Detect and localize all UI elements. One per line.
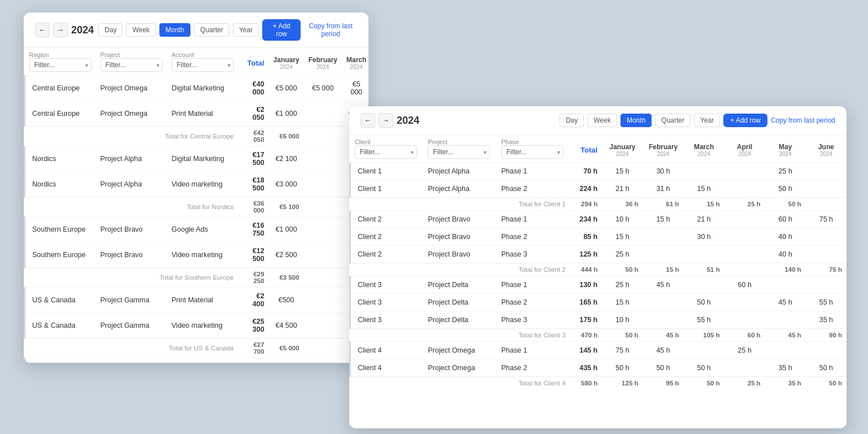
cell-project: Project Bravo bbox=[423, 228, 497, 246]
front-period-quarter[interactable]: Quarter bbox=[655, 114, 691, 127]
cell-month-2: 50 h bbox=[684, 294, 724, 311]
cell-account: Phase 2 bbox=[497, 180, 570, 198]
front-col-client: Client Filter... bbox=[350, 135, 424, 163]
group-total-val: €42 050 bbox=[238, 127, 269, 146]
group-month-total-3: 25 h bbox=[724, 377, 765, 390]
table-row: Client 2 Project Bravo Phase 2 85 h 15 h… bbox=[350, 228, 847, 246]
cell-project: Project Delta bbox=[423, 276, 497, 294]
back-filter-region[interactable]: Filter... bbox=[29, 58, 92, 72]
cell-month-5 bbox=[806, 228, 847, 246]
cell-month-4: 40 h bbox=[765, 228, 806, 246]
back-filter-project[interactable]: Filter... bbox=[101, 58, 163, 72]
cell-total: €40 000 bbox=[238, 76, 269, 101]
cell-col1: Client 3 bbox=[350, 276, 424, 294]
back-table: Region Filter... Project Filter... bbox=[24, 48, 368, 363]
table-row: US & Canada Project Gamma Video marketin… bbox=[25, 313, 369, 338]
cell-col1: Southern Europe bbox=[25, 242, 96, 268]
cell-month-3 bbox=[724, 246, 765, 263]
table-row: Client 3 Project Delta Phase 2 165 h 15 … bbox=[350, 294, 847, 311]
cell-total: 165 h bbox=[570, 294, 602, 311]
cell-month-1 bbox=[304, 313, 342, 338]
cell-month-1 bbox=[304, 146, 342, 172]
front-col-jun: June 2024 bbox=[806, 135, 847, 163]
cell-project: Project Alpha bbox=[423, 163, 497, 180]
back-filter-account[interactable]: Filter... bbox=[172, 58, 234, 72]
front-add-row-btn[interactable]: + Add row bbox=[723, 114, 767, 127]
cell-col1: Nordics bbox=[25, 172, 96, 197]
group-month-total-0: 50 h bbox=[602, 329, 643, 342]
cell-month-2: €5 000 bbox=[342, 76, 368, 101]
cell-month-3 bbox=[724, 311, 765, 329]
group-total-val: €27 700 bbox=[238, 338, 269, 358]
group-month-total-5: 50 h bbox=[806, 377, 847, 390]
cell-account: Video marketing bbox=[167, 313, 238, 338]
cell-total: €17 500 bbox=[238, 146, 269, 172]
cell-total: 85 h bbox=[570, 228, 602, 246]
front-toolbar-right: Day Week Month Quarter Year + Add row Co… bbox=[559, 114, 835, 127]
cell-month-1: €5 000 bbox=[304, 76, 342, 101]
front-copy-btn[interactable]: Copy from last period bbox=[771, 116, 835, 124]
back-card: ← → 2024 Day Week Month Quarter Year + A… bbox=[24, 12, 368, 363]
front-period-month[interactable]: Month bbox=[620, 114, 652, 127]
cell-col1: Central Europe bbox=[25, 101, 96, 127]
group-month-total-4: 45 h bbox=[765, 329, 806, 342]
back-period-month[interactable]: Month bbox=[159, 23, 190, 37]
cell-col1: Client 4 bbox=[350, 359, 424, 377]
cell-month-5 bbox=[806, 276, 847, 294]
cell-month-3: 60 h bbox=[724, 276, 765, 294]
back-period-day[interactable]: Day bbox=[98, 23, 123, 37]
group-total-row: Total for Nordics €36 000 €5 100 bbox=[25, 197, 369, 217]
group-total-row: Total for Southern Europe €29 250 €3 500 bbox=[25, 268, 369, 288]
table-row: Client 4 Project Omega Phase 1 145 h 75 … bbox=[350, 342, 847, 359]
cell-total: €2 400 bbox=[238, 288, 269, 313]
back-prev-btn[interactable]: ← bbox=[35, 23, 50, 37]
cell-account: Print Material bbox=[167, 101, 238, 127]
cell-account: Phase 2 bbox=[497, 294, 570, 311]
front-period-week[interactable]: Week bbox=[587, 114, 617, 127]
cell-month-2 bbox=[684, 276, 724, 294]
front-period-day[interactable]: Day bbox=[559, 114, 584, 127]
cell-total: 70 h bbox=[570, 163, 602, 180]
back-period-week[interactable]: Week bbox=[126, 23, 155, 37]
cell-project: Project Delta bbox=[423, 294, 497, 311]
front-filter-client[interactable]: Filter... bbox=[355, 145, 417, 159]
back-year-label: 2024 bbox=[71, 24, 94, 36]
table-row: US & Canada Project Gamma Print Material… bbox=[25, 288, 369, 313]
cell-month-5 bbox=[806, 180, 847, 198]
cell-month-5 bbox=[806, 342, 847, 359]
group-month-total-1: 95 h bbox=[643, 377, 684, 390]
group-month-total-0: €3 500 bbox=[269, 268, 304, 288]
back-next-btn[interactable]: → bbox=[53, 23, 68, 37]
group-month-total-2: 51 h bbox=[684, 263, 724, 276]
cell-project: Project Alpha bbox=[96, 172, 167, 197]
cell-account: Event bbox=[167, 358, 238, 363]
cell-month-1 bbox=[643, 246, 684, 263]
group-month-total-3 bbox=[724, 263, 765, 276]
cell-total: €18 500 bbox=[238, 172, 269, 197]
cell-month-5 bbox=[806, 246, 847, 263]
group-total-label: Total for Nordics bbox=[25, 197, 238, 217]
back-add-row-btn[interactable]: + Add row bbox=[262, 19, 301, 41]
cell-account: Digital Marketing bbox=[167, 76, 238, 101]
front-period-year[interactable]: Year bbox=[694, 114, 720, 127]
cell-month-1: 31 h bbox=[643, 180, 684, 198]
front-filter-phase[interactable]: Filter... bbox=[501, 145, 563, 159]
cell-col1: US & Canada bbox=[25, 288, 96, 313]
back-period-quarter[interactable]: Quarter bbox=[194, 23, 229, 37]
cell-project: Project Alpha bbox=[96, 358, 167, 363]
front-filter-project[interactable]: Filter... bbox=[428, 145, 490, 159]
front-prev-btn[interactable]: ← bbox=[361, 113, 375, 128]
front-tbody: Client 1 Project Alpha Phase 1 70 h 15 h… bbox=[350, 163, 847, 390]
cell-col1: US & Canada bbox=[25, 313, 96, 338]
back-period-year[interactable]: Year bbox=[233, 23, 259, 37]
cell-month-0: €1 000 bbox=[269, 217, 304, 242]
group-month-total-1 bbox=[304, 268, 342, 288]
front-next-btn[interactable]: → bbox=[379, 113, 393, 128]
group-total-label: Total for Client 2 bbox=[350, 263, 570, 276]
back-copy-btn[interactable]: Copy from last period bbox=[304, 22, 357, 38]
cell-col1: Client 3 bbox=[350, 294, 424, 311]
cell-month-0: €2 100 bbox=[269, 146, 304, 172]
cell-month-4: 40 h bbox=[765, 246, 806, 263]
cell-month-0: 25 h bbox=[602, 246, 643, 263]
cell-col1: Client 2 bbox=[350, 228, 424, 246]
